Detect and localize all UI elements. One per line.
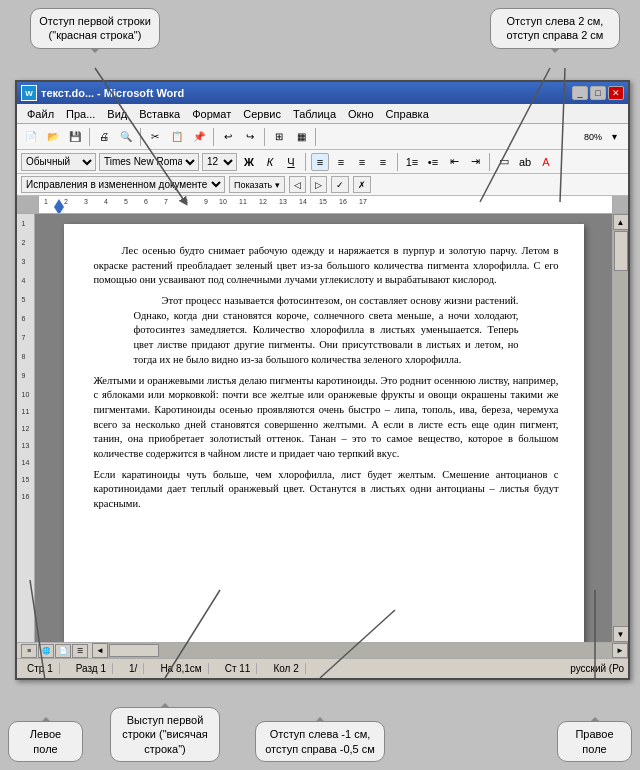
toolbar-sep-3 [213,128,214,146]
bubble-top-left: Отступ первой строки ("красная строка") [30,8,160,49]
status-page: Стр 1 [21,663,60,674]
italic-button[interactable]: К [261,153,279,171]
title-bar-text: текст.do... - Microsoft Word [41,87,572,99]
title-bar: W текст.do... - Microsoft Word _ □ ✕ [17,82,628,104]
menu-table[interactable]: Таблица [287,106,342,122]
minimize-button[interactable]: _ [572,86,588,100]
bold-button[interactable]: Ж [240,153,258,171]
print-button[interactable]: 🖨 [94,127,114,147]
font-select[interactable]: Times New Roman [99,153,199,171]
word-icon: W [21,85,37,101]
print-view-button[interactable]: 📄 [55,644,71,658]
bubble-bottom-third: Отступ слева -1 см, отступ справа -0,5 с… [255,721,385,762]
scroll-track[interactable] [613,230,628,626]
save-button[interactable]: 💾 [65,127,85,147]
font-color-button[interactable]: A [537,153,555,171]
paragraph-1: Лес осенью будто снимает рабочую одежду … [94,244,559,288]
align-left-button[interactable]: ≡ [311,153,329,171]
right-scrollbar: ▲ ▼ [612,214,628,642]
left-ruler: 1 2 3 4 5 6 7 8 9 10 11 12 13 14 15 16 [17,214,35,642]
align-center-button[interactable]: ≡ [332,153,350,171]
format-bar: Обычный Times New Roman 12 Ж К Ч ≡ ≡ ≡ ≡… [17,150,628,174]
menu-insert[interactable]: Вставка [133,106,186,122]
toolbar-sep-2 [140,128,141,146]
style-select[interactable]: Обычный [21,153,96,171]
track-next-button[interactable]: ▷ [310,176,327,193]
toolbar-sep-5 [315,128,316,146]
close-button[interactable]: ✕ [608,86,624,100]
highlight-button[interactable]: ab [516,153,534,171]
menu-edit[interactable]: Пра... [60,106,101,122]
bubble-bottom-left: Левое поле [8,721,83,762]
status-pages: 1/ [123,663,144,674]
paragraph-4: Если каратиноиды чуть больше, чем хлороф… [94,468,559,512]
toolbar-sep-4 [264,128,265,146]
scroll-up-button[interactable]: ▲ [613,214,629,230]
word-window: W текст.do... - Microsoft Word _ □ ✕ Фай… [15,80,630,680]
fmt-sep-1 [305,153,306,171]
scroll-left-button[interactable]: ◄ [92,643,108,658]
show-label: Показать ▾ [234,180,280,190]
menu-help[interactable]: Справка [380,106,435,122]
align-right-button[interactable]: ≡ [353,153,371,171]
border-button[interactable]: ▭ [495,153,513,171]
fmt-sep-2 [397,153,398,171]
normal-view-button[interactable]: ≡ [21,644,37,658]
show-button[interactable]: Показать ▾ [229,176,285,193]
scroll-right-button[interactable]: ► [612,643,628,658]
table-button[interactable]: ⊞ [269,127,289,147]
columns-button[interactable]: ▦ [291,127,311,147]
menu-view[interactable]: Вид [101,106,133,122]
open-button[interactable]: 📂 [43,127,63,147]
bubble-bottom-right: Правое поле [557,721,632,762]
web-view-button[interactable]: 🌐 [38,644,54,658]
numbering-button[interactable]: 1≡ [403,153,421,171]
increase-indent-button[interactable]: ⇥ [466,153,484,171]
title-bar-controls: _ □ ✕ [572,86,624,100]
maximize-button[interactable]: □ [590,86,606,100]
menu-window[interactable]: Окно [342,106,380,122]
status-language: русский (Ро [570,663,624,674]
status-line: Ст 11 [219,663,258,674]
menu-bar: Файл Пра... Вид Вставка Формат Сервис Та… [17,104,628,124]
doc-area: 1 2 3 4 5 6 7 8 9 10 11 12 13 14 15 16 [17,214,628,642]
zoom-dropdown[interactable]: ▾ [604,127,624,147]
bubble-bottom-second: Выступ первой строки ("висячая строка") [110,707,220,762]
bottom-scrollbar: ≡ 🌐 📄 ☰ ◄ ► [17,642,628,658]
toolbar: 📄 📂 💾 🖨 🔍 ✂ 📋 📌 ↩ ↪ ⊞ ▦ 80% ▾ [17,124,628,150]
bscroll-track[interactable] [108,643,612,658]
track-prev-button[interactable]: ◁ [289,176,306,193]
track-select[interactable]: Исправления в измененном документе [21,176,225,193]
menu-file[interactable]: Файл [21,106,60,122]
status-position: На 8,1см [154,663,208,674]
paste-button[interactable]: 📌 [189,127,209,147]
scroll-down-button[interactable]: ▼ [613,626,629,642]
outline-view-button[interactable]: ☰ [72,644,88,658]
preview-button[interactable]: 🔍 [116,127,136,147]
new-button[interactable]: 📄 [21,127,41,147]
track-reject-button[interactable]: ✗ [353,176,371,193]
redo-button[interactable]: ↪ [240,127,260,147]
toolbar-sep-1 [89,128,90,146]
copy-button[interactable]: 📋 [167,127,187,147]
track-accept-button[interactable]: ✓ [331,176,349,193]
align-justify-button[interactable]: ≡ [374,153,392,171]
bscroll-thumb[interactable] [109,644,159,657]
cut-button[interactable]: ✂ [145,127,165,147]
bubble-top-right: Отступ слева 2 см, отступ справа 2 см [490,8,620,49]
bullets-button[interactable]: •≡ [424,153,442,171]
doc-page: Лес осенью будто снимает рабочую одежду … [64,224,584,642]
paragraph-2: Этот процесс называется фотосинтезом, он… [134,294,519,367]
scroll-thumb[interactable] [614,231,628,271]
status-col: Кол 2 [267,663,305,674]
size-select[interactable]: 12 [202,153,237,171]
horizontal-ruler: 1 2 3 4 5 6 7 8 9 10 11 12 13 14 15 16 1… [17,196,628,214]
doc-scroll[interactable]: Лес осенью будто снимает рабочую одежду … [35,214,612,642]
decrease-indent-button[interactable]: ⇤ [445,153,463,171]
underline-button[interactable]: Ч [282,153,300,171]
menu-format[interactable]: Формат [186,106,237,122]
track-bar: Исправления в измененном документе Показ… [17,174,628,196]
undo-button[interactable]: ↩ [218,127,238,147]
menu-service[interactable]: Сервис [237,106,287,122]
status-bar: Стр 1 Разд 1 1/ На 8,1см Ст 11 Кол 2 рус… [17,658,628,678]
